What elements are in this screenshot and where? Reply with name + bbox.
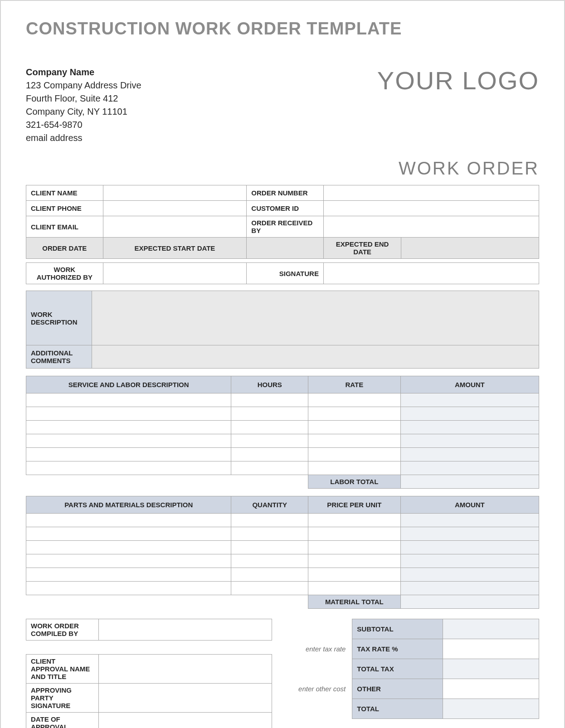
company-name: Company Name	[26, 66, 141, 79]
order-number-label: ORDER NUMBER	[247, 185, 324, 201]
materials-desc-cell[interactable]	[26, 527, 231, 541]
materials-price-cell[interactable]	[308, 527, 401, 541]
expected-start-label: EXPECTED START DATE	[108, 244, 242, 252]
materials-amount-cell[interactable]	[400, 541, 539, 554]
approval-sig-input[interactable]	[99, 684, 272, 713]
materials-row	[26, 568, 539, 582]
order-number-input[interactable]	[323, 185, 539, 201]
labor-amount-cell[interactable]	[400, 461, 539, 475]
header-block: Company Name 123 Company Address Drive F…	[26, 66, 539, 145]
labor-amount-cell[interactable]	[400, 393, 539, 407]
materials-amount-cell[interactable]	[400, 527, 539, 541]
client-email-input[interactable]	[103, 216, 247, 238]
materials-qty-cell[interactable]	[231, 527, 308, 541]
other-input[interactable]	[443, 679, 539, 699]
client-name-input[interactable]	[103, 185, 247, 201]
compiled-input[interactable]	[99, 619, 272, 641]
labor-desc-cell[interactable]	[26, 461, 231, 475]
labor-amount-cell[interactable]	[400, 421, 539, 434]
tax-rate-label: TAX RATE %	[352, 639, 443, 659]
material-total-value	[400, 595, 539, 609]
materials-price-header: PRICE PER UNIT	[308, 496, 401, 514]
labor-amount-cell[interactable]	[400, 407, 539, 421]
tax-rate-input[interactable]	[443, 639, 539, 659]
labor-desc-cell[interactable]	[26, 448, 231, 461]
labor-desc-header: SERVICE AND LABOR DESCRIPTION	[26, 376, 231, 393]
materials-qty-cell[interactable]	[231, 554, 308, 568]
materials-price-cell[interactable]	[308, 554, 401, 568]
auth-sig-input[interactable]	[323, 263, 539, 284]
labor-hours-cell[interactable]	[231, 461, 308, 475]
labor-desc-cell[interactable]	[26, 393, 231, 407]
client-phone-label: CLIENT PHONE	[26, 201, 103, 216]
labor-hours-cell[interactable]	[231, 393, 308, 407]
labor-hours-cell[interactable]	[231, 421, 308, 434]
bottom-area: WORK ORDER COMPILED BY CLIENT APPROVAL N…	[26, 619, 539, 728]
work-desc-input[interactable]	[92, 291, 539, 345]
approval-date-input[interactable]	[99, 713, 272, 728]
expected-end-input[interactable]	[401, 238, 539, 258]
materials-amount-cell[interactable]	[400, 568, 539, 582]
materials-row	[26, 514, 539, 527]
labor-desc-cell[interactable]	[26, 407, 231, 421]
subtotal-value	[443, 619, 539, 639]
materials-desc-cell[interactable]	[26, 554, 231, 568]
other-label: OTHER	[352, 679, 443, 699]
labor-hours-cell[interactable]	[231, 407, 308, 421]
client-phone-input[interactable]	[103, 201, 247, 216]
comments-input[interactable]	[92, 345, 539, 369]
labor-hours-cell[interactable]	[231, 434, 308, 448]
materials-price-cell[interactable]	[308, 582, 401, 595]
labor-amount-cell[interactable]	[400, 434, 539, 448]
totals-table: SUBTOTAL enter tax rate TAX RATE % TOTAL…	[272, 619, 539, 719]
compiled-label: WORK ORDER COMPILED BY	[26, 619, 99, 641]
labor-amount-cell[interactable]	[400, 448, 539, 461]
page-title: CONSTRUCTION WORK ORDER TEMPLATE	[26, 19, 539, 39]
materials-amount-cell[interactable]	[400, 554, 539, 568]
labor-rate-cell[interactable]	[308, 407, 401, 421]
materials-qty-cell[interactable]	[231, 514, 308, 527]
materials-price-cell[interactable]	[308, 541, 401, 554]
materials-row	[26, 541, 539, 554]
labor-rate-cell[interactable]	[308, 393, 401, 407]
customer-id-input[interactable]	[323, 201, 539, 216]
auth-sig-label: SIGNATURE	[247, 263, 324, 284]
labor-hours-cell[interactable]	[231, 448, 308, 461]
materials-qty-cell[interactable]	[231, 541, 308, 554]
labor-row	[26, 448, 539, 461]
total-tax-value	[443, 659, 539, 679]
labor-row	[26, 407, 539, 421]
labor-rate-cell[interactable]	[308, 461, 401, 475]
materials-qty-cell[interactable]	[231, 568, 308, 582]
materials-price-cell[interactable]	[308, 568, 401, 582]
work-desc-label: WORK DESCRIPTION	[26, 291, 92, 345]
labor-rate-cell[interactable]	[308, 421, 401, 434]
company-phone: 321-654-9870	[26, 118, 141, 131]
materials-desc-cell[interactable]	[26, 568, 231, 582]
materials-desc-cell[interactable]	[26, 541, 231, 554]
materials-desc-header: PARTS AND MATERIALS DESCRIPTION	[26, 496, 231, 514]
labor-desc-cell[interactable]	[26, 421, 231, 434]
expected-start-input[interactable]	[247, 238, 324, 259]
materials-price-cell[interactable]	[308, 514, 401, 527]
approval-name-input[interactable]	[99, 655, 272, 684]
materials-qty-cell[interactable]	[231, 582, 308, 595]
auth-by-input[interactable]	[103, 263, 247, 284]
labor-rate-cell[interactable]	[308, 448, 401, 461]
materials-amount-cell[interactable]	[400, 582, 539, 595]
auth-table: WORK AUTHORIZED BY SIGNATURE	[26, 262, 539, 284]
received-by-input[interactable]	[323, 216, 539, 238]
labor-row	[26, 434, 539, 448]
labor-desc-cell[interactable]	[26, 434, 231, 448]
labor-row	[26, 461, 539, 475]
company-city: Company City, NY 11101	[26, 105, 141, 118]
labor-rate-cell[interactable]	[308, 434, 401, 448]
materials-row	[26, 554, 539, 568]
materials-desc-cell[interactable]	[26, 582, 231, 595]
materials-desc-cell[interactable]	[26, 514, 231, 527]
materials-amount-cell[interactable]	[400, 514, 539, 527]
labor-table: SERVICE AND LABOR DESCRIPTION HOURS RATE…	[26, 376, 539, 489]
order-date-input[interactable]: EXPECTED START DATE	[103, 238, 247, 259]
desc-table: WORK DESCRIPTION ADDITIONAL COMMENTS	[26, 291, 539, 369]
tax-rate-hint: enter tax rate	[272, 639, 352, 659]
